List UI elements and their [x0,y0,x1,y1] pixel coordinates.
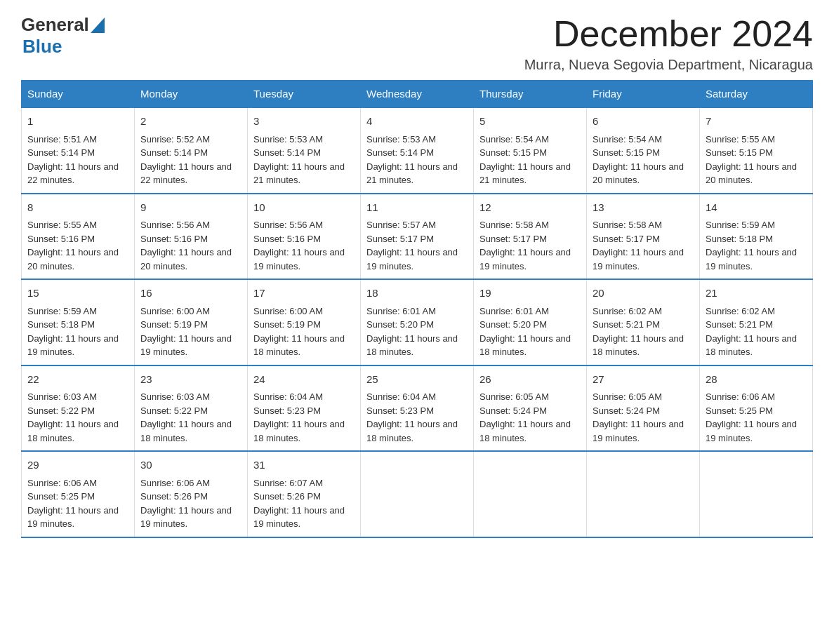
day-sunrise: Sunrise: 6:00 AM [253,306,323,316]
day-number: 5 [479,114,581,130]
day-sunrise: Sunrise: 5:51 AM [27,134,97,145]
day-sunset: Sunset: 5:14 PM [253,147,321,158]
day-sunset: Sunset: 5:22 PM [27,405,95,416]
day-daylight: Daylight: 11 hours and 18 minutes. [479,419,571,443]
title-block: December 2024 Murra, Nueva Segovia Depar… [524,14,813,73]
table-row: 2 Sunrise: 5:52 AM Sunset: 5:14 PM Dayli… [135,107,248,194]
table-row [700,451,813,537]
day-sunset: Sunset: 5:15 PM [593,147,660,158]
table-row: 10 Sunrise: 5:56 AM Sunset: 5:16 PM Dayl… [248,194,361,280]
table-row: 30 Sunrise: 6:06 AM Sunset: 5:26 PM Dayl… [135,451,248,537]
day-daylight: Daylight: 11 hours and 22 minutes. [27,161,119,186]
header-sunday: Sunday [22,81,135,108]
day-daylight: Daylight: 11 hours and 18 minutes. [253,419,345,443]
header-thursday: Thursday [474,81,587,108]
month-title: December 2024 [524,14,813,54]
day-sunrise: Sunrise: 6:02 AM [593,306,662,316]
logo: General Blue [21,14,105,58]
table-row: 24 Sunrise: 6:04 AM Sunset: 5:23 PM Dayl… [248,365,361,452]
day-sunset: Sunset: 5:21 PM [593,319,660,330]
day-daylight: Daylight: 11 hours and 19 minutes. [706,419,797,443]
day-daylight: Daylight: 11 hours and 21 minutes. [479,161,571,186]
day-sunrise: Sunrise: 5:52 AM [140,134,210,145]
day-number: 8 [27,200,128,216]
day-number: 1 [27,114,128,130]
table-row: 4 Sunrise: 5:53 AM Sunset: 5:14 PM Dayli… [361,107,474,194]
day-sunrise: Sunrise: 6:03 AM [140,391,210,402]
table-row: 31 Sunrise: 6:07 AM Sunset: 5:26 PM Dayl… [248,451,361,537]
day-number: 25 [366,372,468,388]
day-number: 22 [27,372,128,388]
day-sunrise: Sunrise: 5:57 AM [366,220,436,230]
day-sunrise: Sunrise: 5:58 AM [479,220,549,230]
day-sunrise: Sunrise: 6:00 AM [140,306,210,316]
day-number: 26 [479,372,581,388]
table-row: 14 Sunrise: 5:59 AM Sunset: 5:18 PM Dayl… [700,194,813,280]
calendar-week-5: 29 Sunrise: 6:06 AM Sunset: 5:25 PM Dayl… [22,451,813,537]
day-number: 31 [253,457,355,474]
table-row [587,451,700,537]
day-sunrise: Sunrise: 5:59 AM [706,220,775,230]
header-wednesday: Wednesday [361,81,474,108]
table-row: 21 Sunrise: 6:02 AM Sunset: 5:21 PM Dayl… [700,279,813,365]
day-number: 12 [479,200,581,216]
header-saturday: Saturday [700,81,813,108]
table-row: 27 Sunrise: 6:05 AM Sunset: 5:24 PM Dayl… [587,365,700,452]
day-number: 7 [706,114,807,130]
table-row [361,451,474,537]
day-daylight: Daylight: 11 hours and 21 minutes. [366,161,458,186]
day-sunrise: Sunrise: 5:58 AM [593,220,662,230]
table-row: 3 Sunrise: 5:53 AM Sunset: 5:14 PM Dayli… [248,107,361,194]
table-row: 7 Sunrise: 5:55 AM Sunset: 5:15 PM Dayli… [700,107,813,194]
table-row: 16 Sunrise: 6:00 AM Sunset: 5:19 PM Dayl… [135,279,248,365]
day-sunset: Sunset: 5:16 PM [140,234,208,244]
day-sunrise: Sunrise: 6:02 AM [706,306,775,316]
day-daylight: Daylight: 11 hours and 18 minutes. [706,333,797,358]
day-sunset: Sunset: 5:16 PM [253,234,321,244]
table-row: 12 Sunrise: 5:58 AM Sunset: 5:17 PM Dayl… [474,194,587,280]
day-sunset: Sunset: 5:25 PM [706,405,773,416]
day-daylight: Daylight: 11 hours and 20 minutes. [27,247,119,271]
calendar-week-2: 8 Sunrise: 5:55 AM Sunset: 5:16 PM Dayli… [22,194,813,280]
day-sunset: Sunset: 5:25 PM [27,491,95,502]
day-number: 30 [140,457,241,474]
day-sunset: Sunset: 5:19 PM [140,319,208,330]
logo-general-text: General [21,14,89,36]
calendar-week-4: 22 Sunrise: 6:03 AM Sunset: 5:22 PM Dayl… [22,365,813,452]
day-daylight: Daylight: 11 hours and 19 minutes. [593,419,684,443]
day-sunset: Sunset: 5:24 PM [479,405,547,416]
calendar-header-row: Sunday Monday Tuesday Wednesday Thursday… [22,81,813,108]
header-tuesday: Tuesday [248,81,361,108]
header-friday: Friday [587,81,700,108]
day-sunrise: Sunrise: 5:55 AM [27,220,97,230]
day-sunset: Sunset: 5:18 PM [27,319,95,330]
day-sunrise: Sunrise: 6:06 AM [27,478,97,488]
day-sunrise: Sunrise: 6:01 AM [479,306,549,316]
day-number: 18 [366,286,468,302]
day-sunset: Sunset: 5:22 PM [140,405,208,416]
day-daylight: Daylight: 11 hours and 19 minutes. [479,247,571,271]
day-sunrise: Sunrise: 5:56 AM [253,220,323,230]
table-row: 1 Sunrise: 5:51 AM Sunset: 5:14 PM Dayli… [22,107,135,194]
day-number: 24 [253,372,355,388]
day-sunset: Sunset: 5:21 PM [706,319,773,330]
table-row: 5 Sunrise: 5:54 AM Sunset: 5:15 PM Dayli… [474,107,587,194]
day-sunset: Sunset: 5:15 PM [479,147,547,158]
day-number: 10 [253,200,355,216]
day-sunrise: Sunrise: 5:59 AM [27,306,97,316]
day-sunrise: Sunrise: 6:03 AM [27,391,97,402]
day-sunrise: Sunrise: 6:04 AM [253,391,323,402]
day-daylight: Daylight: 11 hours and 20 minutes. [140,247,232,271]
day-sunset: Sunset: 5:17 PM [479,234,547,244]
table-row: 6 Sunrise: 5:54 AM Sunset: 5:15 PM Dayli… [587,107,700,194]
day-daylight: Daylight: 11 hours and 18 minutes. [366,419,458,443]
day-daylight: Daylight: 11 hours and 19 minutes. [706,247,797,271]
table-row: 9 Sunrise: 5:56 AM Sunset: 5:16 PM Dayli… [135,194,248,280]
day-sunset: Sunset: 5:14 PM [27,147,95,158]
day-number: 23 [140,372,241,388]
day-daylight: Daylight: 11 hours and 19 minutes. [366,247,458,271]
day-sunset: Sunset: 5:20 PM [479,319,547,330]
calendar-table: Sunday Monday Tuesday Wednesday Thursday… [21,80,813,538]
day-number: 15 [27,286,128,302]
calendar-week-3: 15 Sunrise: 5:59 AM Sunset: 5:18 PM Dayl… [22,279,813,365]
